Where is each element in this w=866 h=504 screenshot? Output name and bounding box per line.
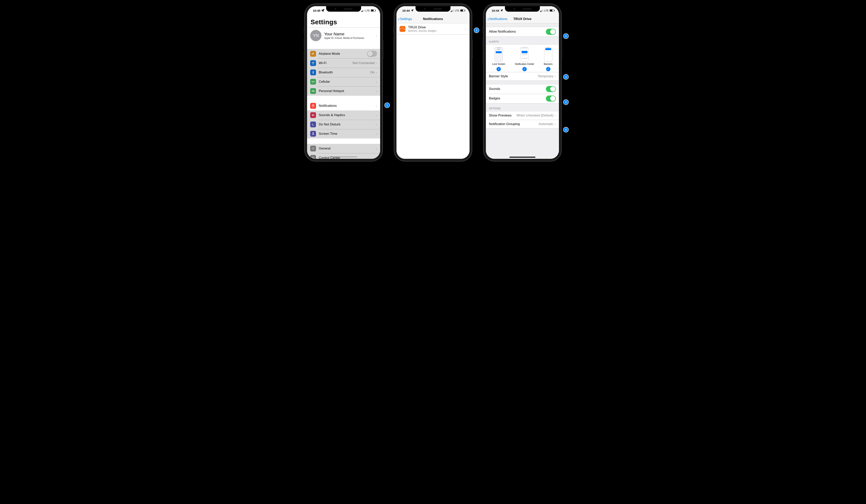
alert-style-lock-screen[interactable]: 9:41 Lock Screen (492, 47, 505, 71)
sounds-icon (310, 112, 316, 118)
row-label: Cellular (319, 80, 376, 84)
row-control-center[interactable]: Control Center › (307, 153, 380, 159)
settings-header: Settings (307, 15, 380, 27)
alert-style-label: Notification Center (515, 63, 534, 66)
chevron-left-icon: ‹ (487, 17, 489, 21)
check-icon (522, 67, 527, 71)
back-button[interactable]: ‹ Notifications (487, 17, 508, 21)
nav-title: Notifications (423, 17, 443, 21)
lock-screen-preview-icon: 9:41 (495, 47, 503, 61)
row-label: Bluetooth (319, 70, 370, 75)
svg-point-6 (313, 148, 314, 149)
row-general[interactable]: General › (307, 144, 380, 153)
alert-style-notification-center[interactable]: Notification Center (515, 47, 534, 71)
location-icon (321, 9, 324, 12)
side-button-silent (483, 27, 484, 33)
sounds-toggle[interactable] (546, 86, 556, 92)
chevron-right-icon: › (554, 122, 556, 126)
row-app-trux-drive[interactable]: TRUX Drive Banners, Sounds, Badges › (397, 23, 469, 34)
row-label: Banner Style (489, 75, 538, 78)
row-sounds-haptics[interactable]: Sounds & Haptics › (307, 111, 380, 120)
side-button-power (382, 41, 383, 59)
alert-styles-selector: 9:41 Lock Screen (486, 44, 559, 72)
row-badges: Badges (486, 94, 559, 103)
profile-row[interactable]: YN Your Name Apple ID, iCloud, Media & P… (307, 27, 380, 44)
chevron-right-icon: › (376, 61, 377, 66)
battery-icon (460, 9, 465, 12)
row-hotspot[interactable]: Personal Hotspot › (307, 87, 380, 96)
chevron-left-icon: ‹ (398, 17, 400, 21)
location-icon (500, 9, 503, 12)
row-allow-notifications: Allow Notifications (486, 27, 559, 36)
location-icon (410, 9, 414, 12)
back-button[interactable]: ‹ Settings (398, 17, 412, 21)
banners-preview-icon (544, 47, 552, 61)
badges-toggle[interactable] (546, 95, 556, 102)
hotspot-icon (310, 88, 316, 94)
network-label: LTE (544, 9, 548, 12)
network-label: LTE (365, 9, 370, 12)
row-label: Badges (489, 96, 546, 100)
app-icon-trux (400, 26, 406, 32)
side-button-vol-down (483, 51, 484, 63)
allow-notifications-toggle[interactable] (546, 29, 556, 35)
chevron-right-icon: › (376, 156, 377, 159)
phone-app-notification-settings: 10:44 LTE ‹ Notifications TRUX Drive (484, 4, 561, 161)
row-label: Screen Time (319, 132, 376, 136)
row-notifications[interactable]: Notifications › (307, 101, 380, 111)
row-wifi[interactable]: Wi-Fi Not Connected › (307, 58, 380, 68)
alerts-header: Alerts (486, 36, 559, 44)
annotation-6: 6 (564, 127, 568, 132)
chevron-right-icon: › (554, 74, 556, 79)
avatar: YN (310, 30, 321, 41)
side-button-vol-up (304, 38, 305, 49)
chevron-right-icon: › (376, 89, 377, 93)
profile-name: Your Name (324, 32, 376, 36)
nav-title: TRUX Drive (513, 17, 532, 21)
row-show-previews[interactable]: Show Previews When Unlocked (Default) › (486, 111, 559, 120)
chevron-right-icon: › (376, 80, 377, 84)
alert-style-label: Lock Screen (492, 63, 505, 66)
annotation-2: 2 (474, 28, 479, 33)
notch (326, 6, 361, 12)
chevron-right-icon: › (376, 146, 377, 151)
signal-icon (361, 9, 365, 12)
phone-notifications-list: 10:44 LTE ‹ Settings Notifications (394, 4, 472, 161)
side-button-vol-down (393, 51, 394, 63)
gear-icon (310, 146, 316, 151)
status-time: 10:44 (492, 9, 499, 12)
row-bluetooth[interactable]: Bluetooth On › (307, 68, 380, 77)
hourglass-icon (310, 131, 316, 137)
row-label: Do Not Disturb (319, 123, 376, 126)
svg-rect-5 (312, 105, 314, 106)
nav-bar: ‹ Notifications TRUX Drive (486, 15, 559, 23)
row-value: On (370, 70, 375, 75)
row-screentime[interactable]: Screen Time › (307, 129, 380, 138)
chevron-right-icon: › (376, 113, 377, 117)
row-label: General (319, 147, 376, 150)
row-label: Notification Grouping (489, 122, 539, 126)
annotation-4: 4 (564, 75, 568, 79)
row-notification-grouping[interactable]: Notification Grouping Automatic › (486, 120, 559, 128)
row-banner-style[interactable]: Banner Style Temporary › (486, 72, 559, 81)
chevron-right-icon: › (376, 104, 377, 108)
row-airplane-mode[interactable]: Airplane Mode (307, 49, 380, 58)
row-label: Sounds (489, 87, 546, 91)
alert-style-banners[interactable]: Banners (544, 47, 553, 71)
moon-icon (310, 122, 316, 127)
row-value: Not Connected (353, 61, 375, 65)
app-detail: Banners, Sounds, Badges (408, 30, 465, 32)
phone-settings-root: 10:45 LTE Settings YN (305, 4, 382, 161)
home-indicator[interactable] (509, 157, 535, 158)
chevron-right-icon: › (376, 131, 377, 136)
scroll-indicator (330, 157, 357, 157)
app-name: TRUX Drive (408, 25, 465, 29)
wifi-icon (310, 60, 316, 66)
annotation-5: 5 (564, 100, 568, 104)
row-sounds: Sounds (486, 84, 559, 94)
row-label: Show Previews (489, 114, 517, 117)
status-time: 10:44 (402, 9, 410, 12)
row-dnd[interactable]: Do Not Disturb › (307, 120, 380, 129)
airplane-toggle[interactable] (367, 51, 377, 57)
row-cellular[interactable]: Cellular › (307, 77, 380, 87)
